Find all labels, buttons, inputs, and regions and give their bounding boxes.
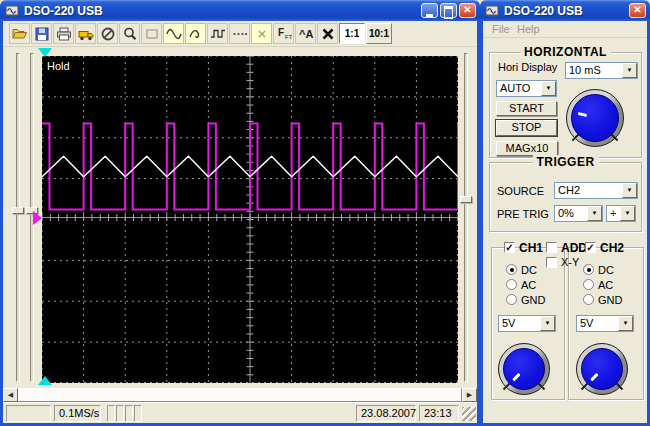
add-checkbox[interactable] xyxy=(546,242,557,253)
ch1-checkbox[interactable] xyxy=(504,242,515,253)
ch2-checkbox[interactable] xyxy=(585,242,596,253)
horizontal-position-knob[interactable] xyxy=(566,89,624,147)
text-annotation-button[interactable]: ^A xyxy=(295,23,316,44)
trigger-source-label: SOURCE xyxy=(497,185,544,197)
scrollbar-thumb[interactable] xyxy=(18,388,462,402)
status-sample-rate: 0.1MS/s xyxy=(54,405,101,422)
status-activity-segment xyxy=(107,405,115,422)
print-button[interactable] xyxy=(53,23,74,44)
window-title: DSO-220 USB xyxy=(504,4,583,18)
maximize-button[interactable] xyxy=(440,3,457,18)
ch1-offset-knob[interactable] xyxy=(498,343,550,395)
scroll-right-button[interactable]: ▶ xyxy=(462,388,477,402)
small-x-icon xyxy=(254,26,270,42)
ch1-volts-div-select[interactable]: 5V ▼ xyxy=(498,315,556,332)
chevron-down-icon[interactable]: ▼ xyxy=(587,206,602,221)
chevron-down-icon[interactable]: ▼ xyxy=(622,63,637,78)
close-button[interactable]: ✕ xyxy=(629,3,646,18)
chevron-down-icon[interactable]: ▼ xyxy=(540,316,555,331)
status-activity-segment xyxy=(134,405,142,422)
hori-display-mode-select[interactable]: AUTO ▼ xyxy=(496,80,557,97)
ch1-dc-label: DC xyxy=(521,264,537,276)
mag-x10-button[interactable]: MAGx10 xyxy=(496,141,558,156)
save-icon xyxy=(34,26,50,42)
folder-open-icon xyxy=(11,26,28,42)
stop-button[interactable]: STOP xyxy=(496,120,557,136)
resize-grip[interactable] xyxy=(462,407,476,421)
chevron-down-icon[interactable]: ▼ xyxy=(620,206,635,221)
scale-1-1-button[interactable]: 1:1 xyxy=(339,23,365,44)
scale-10-1-button[interactable]: 10:1 xyxy=(366,23,392,44)
step-wave-icon xyxy=(210,26,226,42)
trigger-slope-select[interactable]: + ▼ xyxy=(606,205,636,222)
dot-display-button[interactable] xyxy=(229,23,250,44)
trigger-level-slider-handle[interactable] xyxy=(460,196,472,203)
chevron-down-icon[interactable]: ▼ xyxy=(541,81,556,96)
main-titlebar[interactable]: DSO-220 USB ✕ xyxy=(0,0,480,21)
step-interpolation-button[interactable] xyxy=(207,23,228,44)
close-icon: ✕ xyxy=(460,4,475,17)
ch1-dc-radio[interactable] xyxy=(506,264,517,275)
ch1-checkbox-label: CH1 xyxy=(519,241,543,255)
horizontal-position-marker-top[interactable] xyxy=(38,48,52,57)
ch2-ac-radio[interactable] xyxy=(583,279,594,290)
zoom-button[interactable] xyxy=(119,23,140,44)
scroll-left-button[interactable]: ◀ xyxy=(3,388,18,402)
window-select-button[interactable] xyxy=(141,23,162,44)
xy-checkbox[interactable] xyxy=(546,257,557,268)
ch1-gnd-label: GND xyxy=(521,294,545,306)
svg-text:F: F xyxy=(278,27,284,38)
ch1-ac-radio[interactable] xyxy=(506,279,517,290)
trigger-group-title: TRIGGER xyxy=(532,155,598,169)
horizontal-position-marker-bottom[interactable] xyxy=(38,376,52,385)
scope-client-area: Hold xyxy=(3,47,477,388)
pre-trig-select[interactable]: 0% ▼ xyxy=(554,205,603,222)
sine-wave-icon xyxy=(166,26,182,42)
xy-checkbox-label: X-Y xyxy=(561,256,579,268)
delete-button[interactable] xyxy=(317,23,338,44)
ch2-volts-div-select[interactable]: 5V ▼ xyxy=(576,315,634,332)
open-file-button[interactable] xyxy=(9,23,30,44)
minimize-icon xyxy=(426,4,433,17)
menu-file[interactable]: File xyxy=(492,23,510,35)
clear-button[interactable] xyxy=(251,23,272,44)
panel-titlebar[interactable]: DSO-220 USB ✕ xyxy=(480,0,650,21)
ch2-ac-label: AC xyxy=(598,279,613,291)
save-button[interactable] xyxy=(31,23,52,44)
window-title: DSO-220 USB xyxy=(24,4,103,18)
close-button[interactable]: ✕ xyxy=(459,3,476,18)
ch2-dc-label: DC xyxy=(598,264,614,276)
timebase-select[interactable]: 10 mS ▼ xyxy=(565,62,638,79)
toolbar: FFT^A1:110:1 xyxy=(3,21,477,47)
chevron-down-icon[interactable]: ▼ xyxy=(618,316,633,331)
fft-icon: FFT xyxy=(276,26,292,42)
trigger-level-slider-track[interactable] xyxy=(464,53,468,382)
ch2-offset-knob[interactable] xyxy=(576,343,628,395)
trigger-source-select[interactable]: CH2 ▼ xyxy=(554,182,638,199)
window-border xyxy=(480,18,483,426)
ch1-ac-label: AC xyxy=(521,279,536,291)
minimize-button[interactable] xyxy=(421,3,438,18)
sine-interpolation-button[interactable] xyxy=(163,23,184,44)
ch2-dc-radio[interactable] xyxy=(583,264,594,275)
ch1-position-slider-track[interactable] xyxy=(16,53,20,382)
svg-text:FT: FT xyxy=(285,34,292,40)
menu-help[interactable]: Help xyxy=(517,23,540,35)
hold-indicator: Hold xyxy=(47,60,70,72)
trigger-level-marker[interactable] xyxy=(33,211,42,225)
ch1-gnd-radio[interactable] xyxy=(506,294,517,305)
start-button[interactable]: START xyxy=(496,101,557,116)
maximize-icon xyxy=(444,6,453,19)
fft-button[interactable]: FFT xyxy=(273,23,294,44)
export-button[interactable] xyxy=(75,23,96,44)
status-activity-segment xyxy=(125,405,133,422)
curve-interpolation-button[interactable] xyxy=(185,23,206,44)
chevron-down-icon[interactable]: ▼ xyxy=(622,183,637,198)
scope-graticule xyxy=(42,56,458,383)
stop-acquisition-button[interactable] xyxy=(97,23,118,44)
ch2-checkbox-label: CH2 xyxy=(600,241,624,255)
app-icon xyxy=(5,4,20,18)
ch2-gnd-radio[interactable] xyxy=(583,294,594,305)
x-icon xyxy=(320,26,336,42)
ch1-position-slider-handle[interactable] xyxy=(12,207,24,214)
